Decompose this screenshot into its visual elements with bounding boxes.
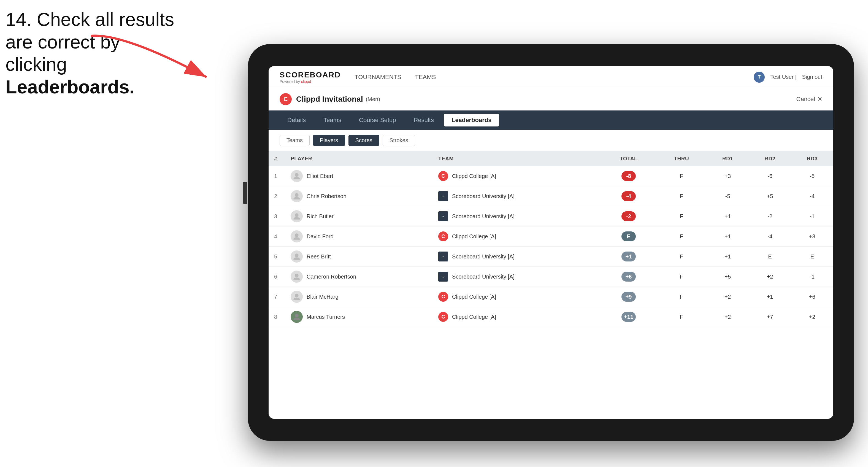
- row-total: +11: [601, 307, 656, 327]
- table-row: 5Rees Britt≡Scoreboard University [A]+1F…: [269, 247, 833, 267]
- team-name: Scoreboard University [A]: [452, 193, 515, 199]
- player-avatar: [290, 311, 303, 323]
- row-rd2: -4: [749, 226, 791, 247]
- team-icon-scoreboard: ≡: [438, 191, 448, 201]
- filter-strokes-button[interactable]: Strokes: [383, 135, 415, 146]
- row-thru: F: [656, 247, 707, 267]
- row-rd2: +7: [749, 307, 791, 327]
- player-avatar: [290, 230, 303, 243]
- cancel-button[interactable]: Cancel ✕: [796, 96, 822, 103]
- team-icon-clippd: C: [438, 312, 448, 322]
- row-player: Rees Britt: [285, 247, 433, 267]
- svg-point-2: [295, 193, 298, 197]
- row-rd2: +5: [749, 186, 791, 206]
- tab-details[interactable]: Details: [280, 114, 313, 126]
- logo-sub: Powered by clippd: [280, 79, 341, 84]
- user-avatar: T: [754, 72, 765, 83]
- row-total: -2: [601, 206, 656, 226]
- row-rd1: -5: [707, 186, 749, 206]
- tab-course-setup[interactable]: Course Setup: [351, 114, 404, 126]
- row-position: 2: [269, 186, 285, 206]
- player-avatar: [290, 170, 303, 182]
- svg-point-3: [295, 213, 298, 217]
- col-pos: #: [269, 151, 285, 166]
- row-rd1: +1: [707, 206, 749, 226]
- tab-leaderboards[interactable]: Leaderboards: [444, 114, 499, 126]
- row-rd3: +3: [791, 226, 833, 247]
- row-total: -8: [601, 166, 656, 186]
- row-team: ≡Scoreboard University [A]: [433, 267, 601, 287]
- row-position: 8: [269, 307, 285, 327]
- row-team: CClippd College [A]: [433, 307, 601, 327]
- row-rd1: +5: [707, 267, 749, 287]
- row-position: 5: [269, 247, 285, 267]
- filter-players-button[interactable]: Players: [313, 135, 345, 146]
- top-navigation: SCOREBOARD Powered by clippd TOURNAMENTS…: [269, 66, 833, 88]
- row-rd3: -1: [791, 267, 833, 287]
- tablet-side-button: [243, 182, 247, 204]
- filter-teams-button[interactable]: Teams: [280, 135, 310, 146]
- table-row: 7Blair McHargCClippd College [A]+9F+2+1+…: [269, 287, 833, 307]
- table-row: 6Cameron Robertson≡Scoreboard University…: [269, 267, 833, 287]
- table-row: 1Elliot EbertCClippd College [A]-8F+3-6-…: [269, 166, 833, 186]
- row-player: Rich Butler: [285, 206, 433, 226]
- player-name: Rees Britt: [307, 253, 331, 260]
- nav-links: TOURNAMENTS TEAMS: [354, 72, 754, 82]
- row-rd1: +1: [707, 226, 749, 247]
- nav-tournaments[interactable]: TOURNAMENTS: [354, 72, 401, 82]
- nav-right: T Test User | Sign out: [754, 72, 822, 83]
- team-icon-scoreboard: ≡: [438, 211, 448, 221]
- table-row: 8Marcus TurnersCClippd College [A]+11F+2…: [269, 307, 833, 327]
- row-thru: F: [656, 267, 707, 287]
- team-name: Scoreboard University [A]: [452, 213, 515, 220]
- player-avatar: [290, 250, 303, 262]
- leaderboard-table: # PLAYER TEAM TOTAL THRU RD1 RD2 RD3 1El…: [269, 151, 833, 327]
- col-thru: THRU: [656, 151, 707, 166]
- player-name: Elliot Ebert: [307, 173, 333, 179]
- player-avatar: [290, 291, 303, 303]
- row-total: +1: [601, 247, 656, 267]
- row-team: CClippd College [A]: [433, 287, 601, 307]
- nav-teams[interactable]: TEAMS: [415, 72, 436, 82]
- table-row: 4David FordCClippd College [A]EF+1-4+3: [269, 226, 833, 247]
- svg-point-8: [295, 314, 298, 317]
- player-name: Chris Robertson: [307, 193, 346, 199]
- row-player: Blair McHarg: [285, 287, 433, 307]
- row-total: +9: [601, 287, 656, 307]
- player-avatar: [290, 210, 303, 222]
- team-name: Clippd College [A]: [452, 173, 496, 179]
- logo-text: SCOREBOARD: [280, 70, 341, 79]
- filter-scores-button[interactable]: Scores: [348, 135, 379, 146]
- row-rd1: +3: [707, 166, 749, 186]
- arrow-indicator: [69, 28, 262, 124]
- row-rd2: +1: [749, 287, 791, 307]
- row-team: CClippd College [A]: [433, 166, 601, 186]
- row-position: 4: [269, 226, 285, 247]
- player-name: David Ford: [307, 234, 334, 240]
- row-position: 7: [269, 287, 285, 307]
- tab-results[interactable]: Results: [406, 114, 441, 126]
- team-name: Scoreboard University [A]: [452, 253, 515, 260]
- table-row: 3Rich Butler≡Scoreboard University [A]-2…: [269, 206, 833, 226]
- tab-teams[interactable]: Teams: [316, 114, 349, 126]
- team-icon-clippd: C: [438, 292, 448, 302]
- filter-row: Teams Players Scores Strokes: [269, 130, 833, 151]
- row-position: 3: [269, 206, 285, 226]
- tournament-icon: C: [280, 93, 292, 105]
- user-label: Test User |: [770, 74, 796, 80]
- row-thru: F: [656, 287, 707, 307]
- row-rd1: +1: [707, 247, 749, 267]
- leaderboard-table-container: # PLAYER TEAM TOTAL THRU RD1 RD2 RD3 1El…: [269, 151, 833, 327]
- col-team: TEAM: [433, 151, 601, 166]
- row-player: Chris Robertson: [285, 186, 433, 206]
- signout-link[interactable]: Sign out: [802, 74, 822, 80]
- col-total: TOTAL: [601, 151, 656, 166]
- team-icon-clippd: C: [438, 171, 448, 181]
- row-rd2: -6: [749, 166, 791, 186]
- row-rd3: +2: [791, 307, 833, 327]
- row-thru: F: [656, 226, 707, 247]
- row-rd1: +2: [707, 307, 749, 327]
- team-name: Clippd College [A]: [452, 314, 496, 320]
- row-total: E: [601, 226, 656, 247]
- team-name: Clippd College [A]: [452, 234, 496, 240]
